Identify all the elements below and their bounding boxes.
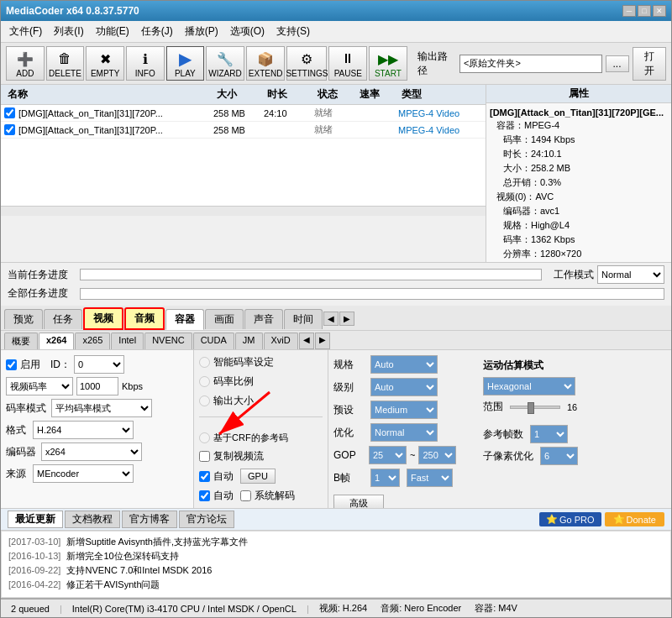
news-tab-forum[interactable]: 官方论坛 <box>179 511 234 528</box>
empty-button[interactable]: ✖ EMPTY <box>86 46 124 81</box>
profile-select[interactable]: Auto <box>370 355 438 374</box>
rate-mode-select[interactable]: 平均码率模式 <box>51 399 152 417</box>
tab-arrow-right[interactable]: ▶ <box>339 312 354 326</box>
tab-audio[interactable]: 音频 <box>124 307 165 330</box>
gopro-button[interactable]: ⭐ Go PRO <box>539 512 601 526</box>
news-tab-recent[interactable]: 最近更新 <box>8 511 63 528</box>
menu-task[interactable]: 任务(J) <box>136 23 178 40</box>
tab-sound[interactable]: 声音 <box>244 309 283 329</box>
level-select[interactable]: Auto <box>370 378 438 396</box>
list-item: [2017-03-10] 新增Suptitle Avisynth插件,支持蓝光字… <box>8 535 664 549</box>
donate-button[interactable]: ⭐ Donate <box>605 512 664 526</box>
menu-play[interactable]: 播放(P) <box>180 23 223 40</box>
delete-button[interactable]: 🗑 DELETE <box>46 46 85 81</box>
news-tab-blog[interactable]: 官方博客 <box>122 511 177 528</box>
preset-select[interactable]: Medium <box>370 401 438 419</box>
horizontal-scrollbar[interactable] <box>1 206 486 216</box>
codec-tab-jm[interactable]: JM <box>235 333 263 349</box>
table-row[interactable]: [DMG][Attack_on_Titan][31][720P... 258 M… <box>1 105 486 122</box>
file-checkbox-2[interactable] <box>4 124 15 135</box>
source-select[interactable]: MEncoder <box>33 464 134 483</box>
optimize-select[interactable]: Normal <box>370 423 438 442</box>
format-select[interactable]: H.264 <box>33 421 134 439</box>
copy-video-checkbox[interactable] <box>199 451 210 462</box>
pause-button[interactable]: ⏸ PAUSE <box>328 46 367 81</box>
open-button[interactable]: 打开 <box>633 47 667 81</box>
tab-preview[interactable]: 预览 <box>4 309 43 329</box>
tab-video[interactable]: 视频 <box>83 307 123 330</box>
codec-tab-overview[interactable]: 概要 <box>4 333 38 349</box>
level-label: 级别 <box>333 380 367 395</box>
menu-support[interactable]: 支持(S) <box>271 23 315 40</box>
tab-time[interactable]: 时间 <box>284 309 323 329</box>
maximize-button[interactable]: □ <box>638 5 651 17</box>
kbps-label: Kbps <box>122 381 143 391</box>
info-button[interactable]: ℹ INFO <box>126 46 165 81</box>
range-value: 16 <box>567 402 577 412</box>
smart-bitrate-radio[interactable] <box>199 357 210 368</box>
bitrate-mode-select[interactable]: 视频码率 <box>6 377 73 395</box>
gpu-button[interactable]: GPU <box>240 469 276 484</box>
crf-row: 基于CRF的参考码 <box>199 432 323 444</box>
work-mode-select[interactable]: NormalFastSlow <box>597 265 664 284</box>
wizard-button[interactable]: 🔧 WIZARD <box>206 46 244 81</box>
bitrate-row: 视频码率 Kbps <box>6 377 188 395</box>
menu-function[interactable]: 功能(E) <box>91 23 134 40</box>
news-date-1: [2017-03-10] <box>8 537 60 547</box>
bitrate-ratio-radio[interactable] <box>199 376 210 387</box>
codec-tab-nvenc[interactable]: NVENC <box>144 333 192 349</box>
news-text-3: 支持NVENC 7.0和Intel MSDK 2016 <box>66 565 212 575</box>
gop-select2[interactable]: 250 <box>418 446 456 464</box>
advanced-button[interactable]: 高级 <box>333 495 384 508</box>
tab-picture[interactable]: 画面 <box>205 309 244 329</box>
properties-content: [DMG][Attack_on_Titan][31][720P][GE... 容… <box>486 103 671 262</box>
news-tab-docs[interactable]: 文档教程 <box>65 511 120 528</box>
add-button[interactable]: ➕ ADD <box>6 46 45 81</box>
auto-checkbox[interactable] <box>199 471 210 482</box>
codec-tab-x264[interactable]: x264 <box>39 333 74 349</box>
bframe-select[interactable]: 1 <box>370 469 400 487</box>
close-button[interactable]: ✕ <box>653 5 666 17</box>
start-button[interactable]: ▶▶ START <box>369 46 407 81</box>
ref-frames-select[interactable]: 1 <box>530 425 568 443</box>
settings-button[interactable]: ⚙ SETTINGS <box>286 46 327 81</box>
file-checkbox-1[interactable] <box>4 107 15 118</box>
bitrate-input[interactable] <box>76 377 118 395</box>
menu-options[interactable]: 选项(O) <box>225 23 270 40</box>
output-size-radio[interactable] <box>199 395 210 406</box>
output-path-input[interactable] <box>459 55 601 73</box>
header-speed: 速率 <box>356 86 398 102</box>
minimize-button[interactable]: ─ <box>622 5 636 17</box>
start-icon: ▶▶ <box>376 49 400 69</box>
bframe-mode-select[interactable]: Fast <box>407 469 453 487</box>
range-slider-thumb[interactable] <box>528 402 534 414</box>
tab-tasks[interactable]: 任务 <box>44 309 82 329</box>
codec-tab-xvid[interactable]: XviD <box>264 333 298 349</box>
bitrate-ratio-row: 码率比例 <box>199 374 323 389</box>
id-select[interactable]: 0 <box>74 355 124 374</box>
menu-list[interactable]: 列表(I) <box>49 23 88 40</box>
crf-radio[interactable] <box>199 432 210 443</box>
system-decode-checkbox[interactable] <box>240 490 251 501</box>
add-icon: ➕ <box>13 49 37 69</box>
codec-tab-arrow-left[interactable]: ◀ <box>299 333 314 349</box>
range-slider-track[interactable] <box>510 406 560 409</box>
motion-mode-select[interactable]: Hexagonal <box>483 377 575 395</box>
play-button[interactable]: ▶ PLAY <box>166 46 205 81</box>
browse-button[interactable]: ... <box>606 55 629 72</box>
extend-button[interactable]: 📦 EXTEND <box>246 46 286 81</box>
gop-select1[interactable]: 25 <box>369 446 407 464</box>
codec-tab-cuda[interactable]: CUDA <box>193 333 234 349</box>
codec-tab-arrow-right[interactable]: ▶ <box>315 333 330 349</box>
auto2-checkbox[interactable] <box>199 490 210 501</box>
encoder-select[interactable]: x264 <box>41 443 142 461</box>
divider <box>199 416 323 427</box>
subpixel-select[interactable]: 6 <box>540 447 578 465</box>
table-row[interactable]: [DMG][Attack_on_Titan][31][720P... 258 M… <box>1 122 486 139</box>
codec-tab-x265[interactable]: x265 <box>75 333 110 349</box>
menu-file[interactable]: 文件(F) <box>4 23 47 40</box>
tab-container[interactable]: 容器 <box>165 309 204 330</box>
enable-checkbox[interactable] <box>6 359 17 370</box>
codec-tab-intel[interactable]: Intel <box>111 333 144 349</box>
tab-arrow-left[interactable]: ◀ <box>323 312 339 326</box>
